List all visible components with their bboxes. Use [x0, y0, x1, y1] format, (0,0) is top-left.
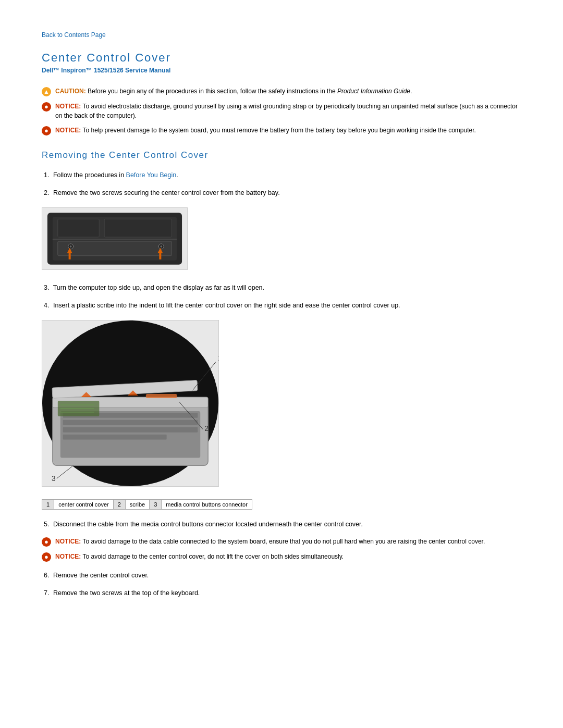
notice-text-1: NOTICE: To avoid electrostatic discharge… [55, 102, 521, 120]
notice-label-2: NOTICE: [55, 127, 81, 134]
step-4-text: Insert a plastic scribe into the indent … [53, 302, 400, 309]
step-7-num: 7. [44, 589, 49, 597]
step-6: 6. Remove the center control cover. [42, 570, 521, 581]
notice-icon-1: ● [42, 102, 51, 112]
step-4-num: 4. [44, 302, 49, 309]
step-5-num: 5. [44, 521, 49, 528]
step-2-text: Remove the two screws securing the cente… [53, 189, 280, 196]
caution-notice: ▲ CAUTION: Before you begin any of the p… [42, 87, 521, 96]
caution-text: CAUTION: Before you begin any of the pro… [55, 87, 412, 96]
notice-text-2: NOTICE: To help prevent damage to the sy… [55, 126, 476, 135]
svg-rect-7 [69, 253, 71, 260]
step-2: 2. Remove the two screws securing the ce… [42, 188, 521, 198]
step-1: 1. Follow the procedures in Before You B… [42, 170, 521, 180]
steps-list-2: 3. Turn the computer top side up, and op… [42, 282, 521, 311]
in-notice-text-2: NOTICE: To avoid damage to the center co… [55, 552, 344, 561]
svg-line-35 [57, 465, 74, 478]
caption-text-1: center control cover [54, 500, 114, 510]
in-notice-label-2: NOTICE: [55, 553, 81, 560]
image-1-container [42, 207, 521, 270]
step-7-text: Remove the two screws at the top of the … [53, 589, 200, 597]
svg-text:2: 2 [204, 424, 209, 433]
in-notice-icon-1: ● [42, 537, 51, 547]
steps-list-3: 5. Disconnect the cable from the media c… [42, 519, 521, 529]
svg-rect-3 [58, 241, 172, 256]
step-5-text: Disconnect the cable from the media cont… [53, 521, 363, 528]
notice-1: ● NOTICE: To avoid electrostatic dischar… [42, 102, 521, 120]
caption-num-3: 3 [150, 500, 162, 510]
notice-label-1: NOTICE: [55, 103, 81, 110]
caption-num-1: 1 [42, 500, 54, 510]
step-4: 4. Insert a plastic scribe into the inde… [42, 300, 521, 311]
in-notice-1: ● NOTICE: To avoid damage to the data ca… [42, 537, 521, 547]
svg-rect-25 [146, 394, 177, 398]
section-heading: Removing the Center Control Cover [42, 150, 521, 161]
step-5: 5. Disconnect the cable from the media c… [42, 519, 521, 529]
svg-rect-13 [104, 219, 172, 237]
image-1 [42, 207, 188, 270]
svg-rect-19 [63, 427, 198, 433]
caution-label: CAUTION: [55, 88, 86, 95]
step-7: 7. Remove the two screws at the top of t… [42, 588, 521, 598]
steps-list: 1. Follow the procedures in Before You B… [42, 170, 521, 198]
before-you-begin-link[interactable]: Before You Begin [126, 171, 177, 179]
step-3-text: Turn the computer top side up, and open … [53, 284, 264, 291]
caution-icon: ▲ [42, 87, 51, 96]
step-6-num: 6. [44, 572, 49, 579]
image-2-container: 1 2 3 [42, 320, 521, 487]
svg-point-5 [70, 245, 72, 248]
svg-text:1: 1 [217, 354, 218, 362]
notice-icon-2: ● [42, 126, 51, 135]
step-2-num: 2. [44, 189, 49, 196]
caption-table: 1 center control cover 2 scribe 3 media … [42, 499, 252, 510]
svg-rect-12 [58, 219, 99, 237]
steps-list-4: 6. Remove the center control cover. 7. R… [42, 570, 521, 598]
svg-rect-2 [53, 239, 177, 240]
in-notice-text-1: NOTICE: To avoid damage to the data cabl… [55, 537, 485, 546]
step-6-text: Remove the center control cover. [53, 572, 149, 579]
svg-rect-20 [63, 435, 167, 440]
caption-text-2: scribe [125, 500, 149, 510]
notices-section: ▲ CAUTION: Before you begin any of the p… [42, 87, 521, 135]
caption-num-2: 2 [113, 500, 125, 510]
svg-point-9 [160, 245, 162, 248]
in-notice-label-1: NOTICE: [55, 538, 81, 545]
svg-rect-11 [159, 253, 161, 260]
svg-rect-18 [63, 420, 198, 425]
back-to-contents-link[interactable]: Back to Contents Page [42, 31, 521, 39]
svg-text:3: 3 [52, 474, 56, 483]
svg-rect-16 [60, 411, 200, 458]
in-notice-icon-2: ● [42, 552, 51, 562]
page-title: Center Control Cover [42, 51, 521, 65]
image-2: 1 2 3 [42, 320, 219, 487]
notice-2: ● NOTICE: To help prevent damage to the … [42, 126, 521, 135]
page-subtitle: Dell™ Inspiron™ 1525/1526 Service Manual [42, 67, 521, 74]
step-3: 3. Turn the computer top side up, and op… [42, 282, 521, 293]
caption-text-3: media control buttons connector [162, 500, 252, 510]
in-notice-2: ● NOTICE: To avoid damage to the center … [42, 552, 521, 562]
step-3-num: 3. [44, 284, 49, 291]
step-1-num: 1. [44, 171, 49, 179]
